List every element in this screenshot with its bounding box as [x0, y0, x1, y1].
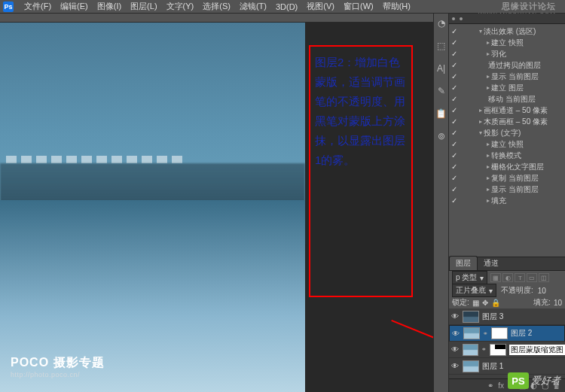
disclosure-icon[interactable]: ▸ [479, 118, 482, 125]
disclosure-icon[interactable]: ▸ [487, 197, 490, 204]
menu-edit[interactable]: 编辑(E) [56, 1, 93, 12]
action-check-icon[interactable]: ✓ [450, 129, 458, 137]
action-check-icon[interactable]: ✓ [450, 38, 458, 47]
action-row[interactable]: ✓▸画框通道 – 50 像素 [449, 105, 565, 116]
brush-icon[interactable]: ✎ [436, 86, 447, 96]
swatch-icon[interactable]: ⬚ [436, 41, 447, 51]
tab-layers[interactable]: 图层 [449, 256, 478, 270]
action-check-icon[interactable]: ✓ [450, 140, 458, 148]
hist-icon[interactable]: ◔ [436, 18, 447, 29]
action-row[interactable]: ✓▸建立 快照 [449, 37, 565, 48]
link-icon: ⚭ [483, 330, 488, 337]
disclosure-icon[interactable]: ▸ [487, 84, 490, 91]
opacity-value[interactable]: 10 [538, 287, 546, 295]
layer-thumb[interactable] [463, 311, 479, 323]
action-row[interactable]: ✓▸填充 [449, 195, 565, 206]
action-check-icon[interactable]: ✓ [450, 50, 458, 58]
menu-window[interactable]: 窗口(W) [339, 1, 378, 12]
menu-help[interactable]: 帮助(H) [378, 1, 415, 12]
lock-position-icon[interactable]: ✥ [482, 299, 488, 307]
menu-filter[interactable]: 滤镜(T) [235, 1, 271, 12]
disclosure-icon[interactable]: ▾ [479, 129, 482, 136]
visibility-icon[interactable]: 👁 [450, 345, 460, 354]
action-check-icon[interactable]: ✓ [450, 117, 458, 126]
disclosure-icon[interactable]: ▸ [487, 141, 490, 147]
filter-text-icon[interactable]: T [515, 273, 525, 282]
opacity-label: 不透明度: [501, 285, 533, 296]
blend-mode-select[interactable]: 正片叠底▾ [452, 284, 496, 297]
layer-thumb[interactable] [463, 327, 480, 339]
disclosure-icon[interactable]: ▸ [479, 107, 482, 114]
layer-kind-select[interactable]: p 类型▾ [452, 271, 487, 284]
action-check-icon[interactable]: ✓ [450, 27, 458, 35]
fill-value[interactable]: 10 [554, 299, 562, 307]
visibility-icon[interactable]: 👁 [450, 362, 460, 370]
disclosure-icon[interactable]: ▸ [487, 175, 490, 181]
layer-row[interactable]: 👁图层 3 [449, 308, 565, 325]
layer-name[interactable]: 图层 1 [482, 361, 503, 372]
menu-layer[interactable]: 图层(L) [126, 1, 161, 12]
layer-thumb[interactable] [463, 344, 479, 356]
disclosure-icon[interactable]: ▸ [487, 50, 490, 57]
disclosure-icon[interactable]: ▸ [487, 186, 490, 193]
visibility-icon[interactable]: 👁 [450, 312, 460, 321]
lock-all-icon[interactable]: 🔒 [491, 299, 500, 307]
action-row[interactable]: ✓▸复制 当前图层 [449, 172, 565, 184]
canvas-area[interactable]: 图层2：增加白色蒙版，适当调节画笔的不透明度、用黑笔对蒙版上方涂抹，以显露出图层… [0, 23, 433, 392]
menu-select[interactable]: 选择(S) [198, 1, 235, 12]
layer-row[interactable]: 👁⚭图层蒙版缩览图 [449, 342, 565, 358]
disclosure-icon[interactable]: ▸ [487, 152, 490, 159]
action-row[interactable]: ✓▸转换模式 [449, 150, 565, 161]
visibility-icon[interactable]: 👁 [451, 330, 460, 338]
action-row[interactable]: ✓▸显示 当前图层 [449, 184, 565, 195]
menu-file[interactable]: 文件(F) [20, 1, 56, 12]
layer-thumb[interactable] [491, 327, 508, 339]
action-row[interactable]: ✓▸建立 快照 [449, 138, 565, 150]
filter-pixel-icon[interactable]: ▦ [490, 273, 501, 282]
layer-thumb[interactable] [463, 360, 479, 372]
lock-pixels-icon[interactable]: ▦ [472, 299, 479, 307]
note-icon[interactable]: 📋 [436, 108, 447, 119]
action-check-icon[interactable]: ✓ [450, 196, 458, 205]
action-check-icon[interactable]: ✓ [450, 84, 458, 92]
menu-3d[interactable]: 3D(D) [271, 2, 302, 11]
action-row[interactable]: ✓移动 当前图层 [449, 93, 565, 105]
action-check-icon[interactable]: ✓ [450, 151, 458, 160]
action-row[interactable]: ✓▸建立 图层 [449, 82, 565, 93]
menu-text[interactable]: 文字(Y) [162, 1, 199, 12]
char-icon[interactable]: A| [436, 63, 447, 74]
layer-thumb[interactable] [490, 344, 506, 356]
layer-row[interactable]: 👁⚭图层 2 [449, 325, 565, 342]
disclosure-icon[interactable]: ▸ [487, 163, 490, 170]
tab-channels[interactable]: 通道 [478, 257, 505, 270]
action-row[interactable]: ✓▸显示 当前图层 [449, 71, 565, 82]
action-check-icon[interactable]: ✓ [450, 106, 458, 114]
filter-smart-icon[interactable]: ◫ [539, 273, 549, 282]
actions-panel-header[interactable] [449, 14, 565, 24]
action-check-icon[interactable]: ✓ [450, 163, 458, 171]
action-check-icon[interactable]: ✓ [450, 95, 458, 103]
action-row[interactable]: ✓▸羽化 [449, 48, 565, 59]
layer-name[interactable]: 图层 3 [482, 311, 503, 322]
filter-adj-icon[interactable]: ◐ [502, 273, 513, 282]
action-check-icon[interactable]: ✓ [450, 185, 458, 193]
layer-name[interactable]: 图层蒙版缩览图 [509, 345, 565, 355]
menu-view[interactable]: 视图(V) [302, 1, 339, 12]
action-check-icon[interactable]: ✓ [450, 61, 458, 69]
filter-shape-icon[interactable]: ▭ [527, 273, 537, 282]
disclosure-icon[interactable]: ▾ [479, 28, 482, 35]
disclosure-icon[interactable]: ▸ [487, 39, 490, 46]
fx-icon[interactable]: fx [498, 381, 504, 390]
disclosure-icon[interactable]: ▸ [487, 73, 490, 80]
cc-icon[interactable]: ⊚ [436, 131, 447, 141]
action-check-icon[interactable]: ✓ [450, 72, 458, 81]
action-row[interactable]: ✓▾淡出效果 (选区) [449, 26, 565, 37]
action-row[interactable]: ✓通过拷贝的图层 [449, 59, 565, 71]
action-row[interactable]: ✓▾投影 (文字) [449, 127, 565, 138]
link-layers-icon[interactable]: ⚭ [487, 381, 493, 390]
layer-name[interactable]: 图层 2 [511, 328, 532, 339]
action-row[interactable]: ✓▸木质画框 – 50 像素 [449, 116, 565, 127]
action-row[interactable]: ✓▸栅格化文字图层 [449, 161, 565, 172]
menu-image[interactable]: 图像(I) [93, 1, 126, 12]
action-check-icon[interactable]: ✓ [450, 174, 458, 182]
